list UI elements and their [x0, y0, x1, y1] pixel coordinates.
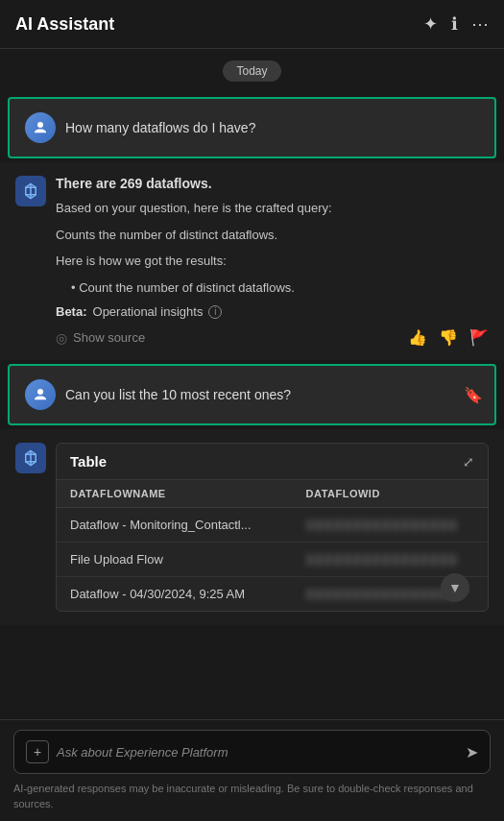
table-wrapper: Table ⤢ DATAFLOWNAME DATAFLOWID Dataflow… [56, 443, 489, 612]
svg-point-5 [37, 389, 43, 395]
show-source-label: Show source [73, 330, 145, 345]
table-row: Dataflow - 04/30/2024, 9:25 AM [57, 577, 488, 611]
app-title: AI Assistant [15, 14, 114, 35]
table-cell-name-1: File Upload Flow [70, 552, 306, 567]
date-separator: Today [0, 49, 504, 93]
table-row: File Upload Flow [57, 543, 488, 577]
chat-area: Today How many dataflows do I have? Ther… [0, 49, 504, 719]
beta-label: Beta: [56, 304, 87, 319]
table-cell-id-0 [306, 519, 458, 531]
add-button[interactable]: + [26, 740, 49, 763]
table-title: Table [70, 453, 107, 470]
table-header: Table ⤢ [57, 444, 488, 480]
eye-icon: ◎ [56, 330, 67, 346]
input-placeholder[interactable]: Ask about Experience Platform [57, 745, 228, 760]
input-box: + Ask about Experience Platform ➤ [13, 730, 491, 774]
app-header: AI Assistant ✦ ℹ ⋯ [0, 0, 504, 49]
date-badge: Today [223, 60, 280, 82]
expand-icon[interactable]: ⤢ [463, 454, 474, 470]
disclaimer-text: AI-generated responses may be inaccurate… [13, 782, 491, 811]
table-columns: DATAFLOWNAME DATAFLOWID [57, 480, 488, 508]
thumbs-down-icon[interactable]: 👎 [439, 328, 458, 347]
beta-value: Operational insights [93, 304, 204, 319]
info-icon[interactable]: ℹ [451, 13, 458, 35]
scroll-down-button[interactable]: ▼ [441, 573, 469, 602]
svg-point-0 [37, 122, 43, 128]
user-avatar-1 [25, 112, 56, 143]
ai-avatar-2 [15, 443, 46, 473]
ai-content-1: There are 269 dataflows. Based on your q… [56, 176, 489, 347]
table-cell-id-2 [306, 589, 458, 600]
more-icon[interactable]: ⋯ [471, 13, 489, 35]
thumbs-up-icon[interactable]: 👍 [408, 328, 427, 347]
table-section-header-row: Table ⤢ DATAFLOWNAME DATAFLOWID Dataflow… [15, 443, 489, 612]
input-left: + Ask about Experience Platform [26, 740, 466, 763]
user-message-1: How many dataflows do I have? [8, 97, 496, 158]
col-dataflowname: DATAFLOWNAME [70, 488, 306, 499]
header-icon-group: ✦ ℹ ⋯ [423, 13, 489, 35]
table-container: Table ⤢ DATAFLOWNAME DATAFLOWID Dataflow… [56, 443, 489, 612]
bookmark-icon[interactable]: 🔖 [464, 386, 483, 404]
user-avatar-2 [25, 379, 56, 410]
table-cell-id-1 [306, 554, 458, 566]
show-source-button[interactable]: ◎ Show source [56, 330, 145, 346]
ai-main-text-1: There are 269 dataflows. [56, 176, 489, 191]
ai-para-1-2: Here is how we got the results: [56, 252, 489, 271]
user-message-2-text: Can you list the 10 most recent ones? [65, 387, 291, 402]
beta-info-icon[interactable]: i [208, 305, 222, 319]
reaction-icons: 👍 👎 🚩 [408, 328, 489, 347]
user-message-1-text: How many dataflows do I have? [65, 120, 255, 135]
table-cell-name-0: Dataflow - Monitoring_Contactl... [70, 518, 306, 532]
ai-para-1-1: Counts the number of distinct dataflows. [56, 226, 489, 245]
table-section: Table ⤢ DATAFLOWNAME DATAFLOWID Dataflow… [0, 429, 504, 625]
light-icon[interactable]: ✦ [423, 13, 438, 35]
ai-actions-1: ◎ Show source 👍 👎 🚩 [56, 328, 489, 347]
ai-beta-1: Beta: Operational insights i [56, 304, 489, 319]
table-row: Dataflow - Monitoring_Contactl... [57, 508, 488, 543]
table-cell-name-2: Dataflow - 04/30/2024, 9:25 AM [70, 587, 306, 601]
ai-bullet-1: • Count the number of distinct dataflows… [71, 278, 489, 298]
flag-icon[interactable]: 🚩 [469, 328, 489, 347]
input-area: + Ask about Experience Platform ➤ AI-gen… [0, 719, 504, 821]
ai-avatar-1 [15, 176, 46, 206]
ai-para-1-0: Based on your question, here is the craf… [56, 199, 489, 218]
col-dataflowid: DATAFLOWID [306, 488, 474, 499]
send-button[interactable]: ➤ [466, 743, 478, 761]
user-message-2: Can you list the 10 most recent ones? 🔖 [8, 364, 496, 425]
ai-message-1: There are 269 dataflows. Based on your q… [0, 162, 504, 360]
